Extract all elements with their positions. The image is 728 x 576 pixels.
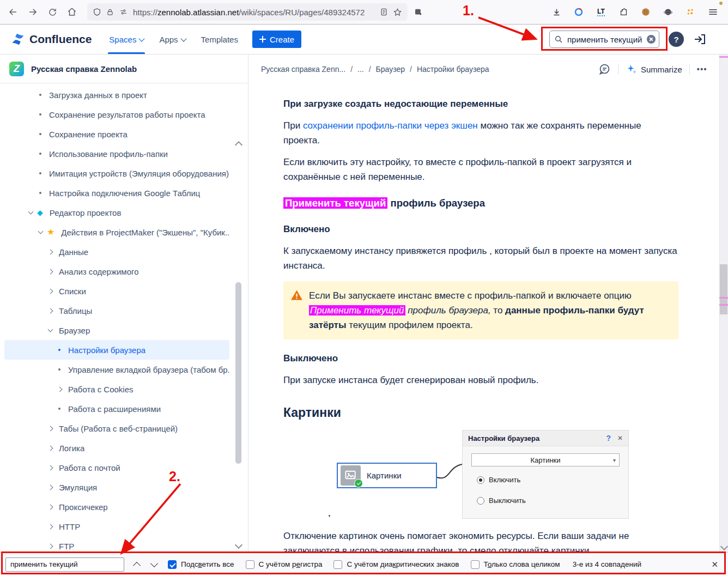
match-diacritics-option[interactable]: С учётом диакритических знаков <box>333 560 459 569</box>
sidebar-tree-item[interactable]: Сохранение результатов работы проекта <box>4 105 229 124</box>
sidebar-tree-item[interactable]: Проксичекер <box>4 497 229 517</box>
scroll-down-icon[interactable] <box>720 543 727 550</box>
sidebar-scroll-thumb[interactable] <box>235 282 241 464</box>
sidebar-tree-item[interactable]: Браузер <box>4 320 229 340</box>
lock-icon[interactable] <box>106 8 114 16</box>
nav-templates[interactable]: Templates <box>201 25 238 54</box>
confluence-logo-icon[interactable] <box>11 32 25 46</box>
tree-marker-icon[interactable] <box>45 250 56 254</box>
breadcrumb-item[interactable]: Настройки браузера <box>417 65 489 74</box>
back-icon[interactable] <box>4 3 22 21</box>
sidebar-tree-item[interactable]: Списки <box>4 281 229 301</box>
search-input[interactable] <box>549 31 659 48</box>
app-name[interactable]: Confluence <box>29 33 92 46</box>
sidebar-tree-item[interactable]: HTTP <box>4 517 229 536</box>
help-button[interactable]: ? <box>669 32 684 47</box>
forward-icon[interactable] <box>24 3 41 21</box>
sidebar-tree-item[interactable]: Эмуляция <box>4 477 229 497</box>
embedded-screenshot[interactable]: Картинки Настройки браузера ? ✕ Картинки… <box>283 428 678 522</box>
sidebar-tree-item[interactable]: ◆ Редактор проектов <box>4 203 229 222</box>
shield-icon[interactable] <box>93 8 101 16</box>
profile-folder-link[interactable]: сохранении профиль-папки через экшен <box>303 120 478 131</box>
sidebar-tree-item[interactable]: Управление вкладкой браузера (табом бр..… <box>4 360 229 379</box>
nav-apps[interactable]: Apps <box>159 25 185 54</box>
tree-marker-icon[interactable] <box>45 289 56 293</box>
sidebar-tree-item[interactable]: Логика <box>4 438 229 458</box>
breadcrumb-item[interactable]: Русская справка Zenn... <box>261 65 345 74</box>
match-case-option[interactable]: С учётом регистра <box>246 560 323 569</box>
find-next-icon[interactable] <box>150 559 158 567</box>
checkbox-icon[interactable] <box>246 560 254 569</box>
bookmark-star-icon[interactable] <box>393 8 402 17</box>
window-scroll-thumb[interactable] <box>720 264 727 314</box>
find-previous-icon[interactable] <box>133 561 141 569</box>
more-actions-button[interactable]: ••• <box>697 65 707 74</box>
extension-ring-icon[interactable] <box>570 3 587 21</box>
download-icon[interactable] <box>548 3 565 21</box>
sidebar-tree-item[interactable]: FTP <box>4 536 229 552</box>
tree-marker-icon[interactable] <box>45 525 56 529</box>
sidebar-tree-item[interactable]: Анализ содержимого <box>4 262 229 281</box>
sidebar-tree-item[interactable]: Данные <box>4 242 229 262</box>
tree-marker-icon[interactable] <box>35 192 46 194</box>
tree-marker-icon[interactable] <box>35 94 46 96</box>
reload-icon[interactable] <box>44 3 61 21</box>
addon-button-icon[interactable] <box>410 3 427 21</box>
sidebar-tree-item[interactable]: Имитация устройств (Эмуляция оборудовани… <box>4 163 229 183</box>
permissions-icon[interactable] <box>119 8 128 16</box>
tree-marker-icon[interactable] <box>45 270 56 274</box>
whole-words-option[interactable]: Только слова целиком <box>471 560 560 569</box>
tree-marker-icon[interactable] <box>35 172 46 174</box>
sidebar-tree-item[interactable]: Настройки браузера <box>4 340 229 360</box>
tree-marker-icon[interactable] <box>45 466 56 470</box>
sidebar-tree-item[interactable]: Работа с расширениями <box>4 399 229 419</box>
sidebar-tree-item[interactable]: Использование профиль-папки <box>4 144 229 163</box>
tree-marker-icon[interactable] <box>45 486 56 489</box>
languagetool-icon[interactable]: LT <box>592 3 610 21</box>
sidebar-tree-item[interactable]: Сохранение проекта <box>4 124 229 144</box>
tree-marker-icon[interactable] <box>35 113 46 116</box>
summarize-button[interactable]: Summarize <box>626 64 682 75</box>
tree-marker-icon[interactable] <box>45 309 56 313</box>
sidebar-tree-item[interactable]: Таблицы <box>4 301 229 320</box>
breadcrumb-item[interactable]: Браузер <box>376 65 405 74</box>
create-button[interactable]: Create <box>252 31 301 48</box>
scroll-down-icon[interactable] <box>234 541 242 549</box>
sidebar-tree-item[interactable]: ★ Действия в ProjectMaker ("Экшены", "Ку… <box>4 222 229 242</box>
extension-puzzle-icon[interactable] <box>615 3 632 21</box>
sidebar-tree-item[interactable]: Табы (Работа с веб-страницей) <box>4 419 229 438</box>
tree-marker-icon[interactable] <box>25 211 36 214</box>
sign-in-icon[interactable] <box>693 33 706 46</box>
close-findbar-icon[interactable]: ✕ <box>711 560 718 569</box>
tree-marker-icon[interactable] <box>54 368 65 371</box>
tree-marker-icon[interactable] <box>54 387 65 391</box>
tree-marker-icon[interactable] <box>45 427 56 431</box>
comment-icon[interactable] <box>598 63 611 76</box>
breadcrumb-item[interactable]: ... <box>357 65 364 74</box>
nav-spaces[interactable]: Spaces <box>109 25 144 54</box>
url-bar[interactable]: https://zennolab.atlassian.net/wiki/spac… <box>87 3 408 21</box>
checkbox-icon[interactable] <box>471 560 480 569</box>
space-header[interactable]: Z Русская справка Zennolab <box>0 54 248 83</box>
tree-marker-icon[interactable] <box>45 505 56 509</box>
tree-marker-icon[interactable] <box>54 408 65 410</box>
sidebar-tree-item[interactable]: Работа с почтой <box>4 458 229 477</box>
find-input[interactable] <box>5 557 124 572</box>
clear-search-icon[interactable] <box>647 35 656 44</box>
tree-marker-icon[interactable] <box>45 544 56 548</box>
cookie-icon[interactable] <box>637 3 654 21</box>
planet-icon[interactable] <box>659 3 677 21</box>
sidebar-tree-item[interactable]: Работа с Cookies <box>4 379 229 399</box>
sidebar-tree-item[interactable]: Настройка подключения Google Таблиц <box>4 183 229 203</box>
tree-marker-icon[interactable] <box>45 329 56 331</box>
home-icon[interactable] <box>63 3 81 21</box>
tree-marker-icon[interactable] <box>54 349 65 351</box>
tree-marker-icon[interactable] <box>35 231 46 233</box>
checkbox-icon[interactable] <box>333 560 342 569</box>
reader-view-icon[interactable] <box>380 8 388 16</box>
menu-icon[interactable] <box>704 3 721 21</box>
tree-marker-icon[interactable] <box>35 133 46 135</box>
highlight-all-option[interactable]: Подсветить все <box>168 560 234 569</box>
checkbox-checked-icon[interactable] <box>168 560 177 569</box>
scroll-up-icon[interactable] <box>234 141 242 149</box>
